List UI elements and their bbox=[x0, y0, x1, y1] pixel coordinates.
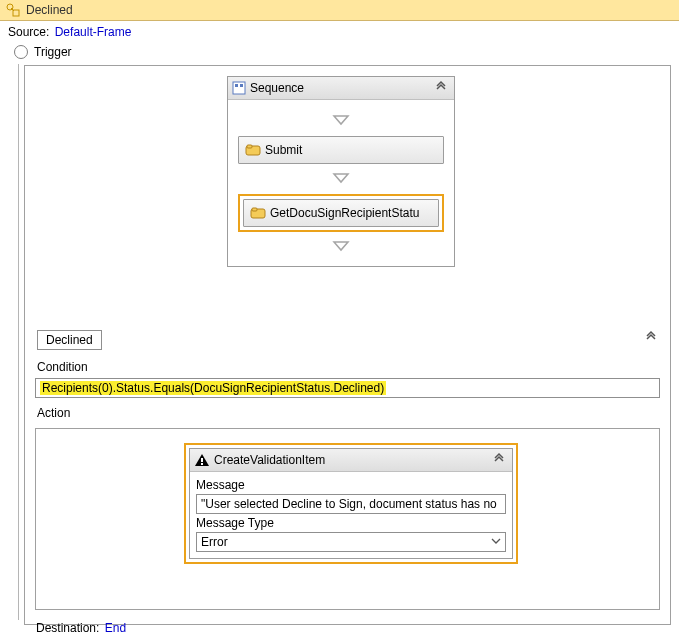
sequence-block[interactable]: Sequence Submit bbox=[227, 76, 455, 267]
selected-activity-highlight: GetDocuSignRecipientStatu bbox=[238, 194, 444, 232]
condition-label: Condition bbox=[37, 360, 88, 374]
sequence-icon bbox=[232, 81, 250, 95]
svg-rect-10 bbox=[201, 458, 203, 462]
submit-activity[interactable]: Submit bbox=[238, 136, 444, 164]
svg-rect-5 bbox=[240, 84, 243, 87]
create-validation-item-title: CreateValidationItem bbox=[214, 453, 490, 467]
flow-arrow-icon bbox=[238, 106, 444, 136]
svg-rect-3 bbox=[233, 82, 245, 94]
message-input[interactable]: "User selected Decline to Sign, document… bbox=[196, 494, 506, 514]
create-validation-item-highlight: CreateValidationItem Message "User selec… bbox=[184, 443, 518, 564]
declined-group-row: Declined bbox=[33, 330, 662, 350]
sequence-body: Submit GetDocuSignRecipientStatu bbox=[228, 100, 454, 266]
connector-line bbox=[18, 64, 19, 620]
activity-label: GetDocuSignRecipientStatu bbox=[270, 206, 419, 220]
source-label: Source: bbox=[8, 25, 49, 39]
declined-tab[interactable]: Declined bbox=[37, 330, 102, 350]
declined-collapse-icon[interactable] bbox=[644, 330, 658, 347]
validation-collapse-icon[interactable] bbox=[490, 452, 508, 469]
activity-icon bbox=[250, 206, 270, 220]
destination-line: Destination: End bbox=[36, 621, 126, 635]
message-type-select[interactable]: Error bbox=[196, 532, 506, 552]
activity-icon bbox=[245, 143, 265, 157]
condition-value: Recipients(0).Status.Equals(DocuSignReci… bbox=[40, 381, 386, 395]
create-validation-item-body: Message "User selected Decline to Sign, … bbox=[190, 472, 512, 558]
activity-label: Submit bbox=[265, 143, 302, 157]
trigger-radio-icon[interactable] bbox=[14, 45, 28, 59]
create-validation-item-header[interactable]: CreateValidationItem bbox=[190, 449, 512, 472]
message-type-value: Error bbox=[201, 535, 491, 549]
dropdown-icon bbox=[491, 535, 501, 549]
svg-rect-9 bbox=[252, 208, 257, 211]
page-title: Declined bbox=[26, 3, 73, 17]
trigger-label: Trigger bbox=[34, 45, 72, 59]
flow-arrow-icon bbox=[238, 164, 444, 194]
destination-label: Destination: bbox=[36, 621, 99, 635]
get-docusign-recipient-status-activity[interactable]: GetDocuSignRecipientStatu bbox=[243, 199, 439, 227]
action-panel[interactable]: CreateValidationItem Message "User selec… bbox=[35, 428, 660, 610]
sequence-title: Sequence bbox=[250, 81, 432, 95]
condition-input[interactable]: Recipients(0).Status.Equals(DocuSignReci… bbox=[35, 378, 660, 398]
svg-rect-7 bbox=[247, 145, 252, 148]
sequence-header[interactable]: Sequence bbox=[228, 77, 454, 100]
sequence-collapse-icon[interactable] bbox=[432, 80, 450, 97]
svg-rect-4 bbox=[235, 84, 238, 87]
svg-rect-11 bbox=[201, 463, 203, 465]
message-type-label: Message Type bbox=[196, 516, 506, 530]
warning-icon bbox=[194, 453, 214, 467]
create-validation-item-activity[interactable]: CreateValidationItem Message "User selec… bbox=[189, 448, 513, 559]
source-line: Source: Default-Frame bbox=[0, 21, 679, 43]
message-label: Message bbox=[196, 478, 506, 492]
action-label: Action bbox=[37, 406, 70, 420]
trigger-line[interactable]: Trigger bbox=[0, 43, 679, 65]
designer-canvas[interactable]: Sequence Submit bbox=[24, 65, 671, 625]
title-bar: Declined bbox=[0, 0, 679, 21]
source-link[interactable]: Default-Frame bbox=[55, 25, 132, 39]
workflow-icon bbox=[6, 3, 20, 17]
flow-arrow-icon bbox=[238, 232, 444, 262]
destination-link[interactable]: End bbox=[105, 621, 126, 635]
